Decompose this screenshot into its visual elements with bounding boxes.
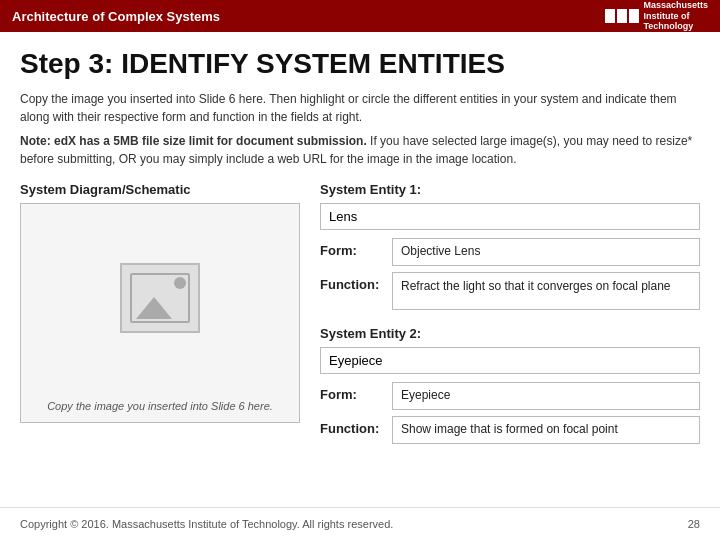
mit-block-2 (617, 9, 627, 23)
note-bold: Note: edX has a 5MB file size limit for … (20, 134, 367, 148)
entity-2-function-row: Function: Show image that is formed on f… (320, 416, 700, 444)
entity-1-function-label: Function: (320, 272, 392, 292)
note-text: Note: edX has a 5MB file size limit for … (20, 132, 700, 168)
sun-icon (174, 277, 186, 289)
entity-1-name-input[interactable] (320, 203, 700, 230)
entity-2-form-value[interactable]: Eyepiece (392, 382, 700, 410)
entity-2-name-input[interactable] (320, 347, 700, 374)
copyright-text: Copyright © 2016. Massachusetts Institut… (20, 518, 393, 530)
entity-1-form-label: Form: (320, 238, 392, 258)
main-content: Step 3: IDENTIFY SYSTEM ENTITIES Copy th… (0, 32, 720, 470)
mit-logo: Massachusetts Institute of Technology (605, 0, 708, 32)
entity-2-label: System Entity 2: (320, 326, 700, 341)
entity-1-function-row: Function: Refract the light so that it c… (320, 272, 700, 310)
entity-2-form-label: Form: (320, 382, 392, 402)
entity-1-label: System Entity 1: (320, 182, 700, 197)
mit-logo-blocks (605, 9, 639, 23)
right-column: System Entity 1: Form: Objective Lens Fu… (320, 182, 700, 460)
header-title: Architecture of Complex Systems (12, 9, 220, 24)
page-number: 28 (688, 518, 700, 530)
diagram-label: System Diagram/Schematic (20, 182, 300, 197)
mit-block-3 (629, 9, 639, 23)
entity-2-section: System Entity 2: Form: Eyepiece Function… (320, 326, 700, 444)
mit-block-1 (605, 9, 615, 23)
diagram-caption: Copy the image you inserted into Slide 6… (21, 400, 299, 412)
page-title: Step 3: IDENTIFY SYSTEM ENTITIES (20, 48, 700, 80)
entity-1-form-value[interactable]: Objective Lens (392, 238, 700, 266)
mit-logo-text: Massachusetts Institute of Technology (643, 0, 708, 32)
mountain-icon (136, 297, 172, 319)
image-placeholder (120, 263, 200, 333)
two-column-layout: System Diagram/Schematic Copy the image … (20, 182, 700, 460)
entity-2-function-value[interactable]: Show image that is formed on focal point (392, 416, 700, 444)
entity-2-function-label: Function: (320, 416, 392, 436)
diagram-box[interactable]: Copy the image you inserted into Slide 6… (20, 203, 300, 423)
entity-1-form-row: Form: Objective Lens (320, 238, 700, 266)
instructions-text: Copy the image you inserted into Slide 6… (20, 90, 700, 126)
footer: Copyright © 2016. Massachusetts Institut… (0, 507, 720, 540)
left-column: System Diagram/Schematic Copy the image … (20, 182, 300, 423)
header: Architecture of Complex Systems Massachu… (0, 0, 720, 32)
entity-1-function-value[interactable]: Refract the light so that it converges o… (392, 272, 700, 310)
entity-2-form-row: Form: Eyepiece (320, 382, 700, 410)
entity-1-section: System Entity 1: Form: Objective Lens Fu… (320, 182, 700, 310)
